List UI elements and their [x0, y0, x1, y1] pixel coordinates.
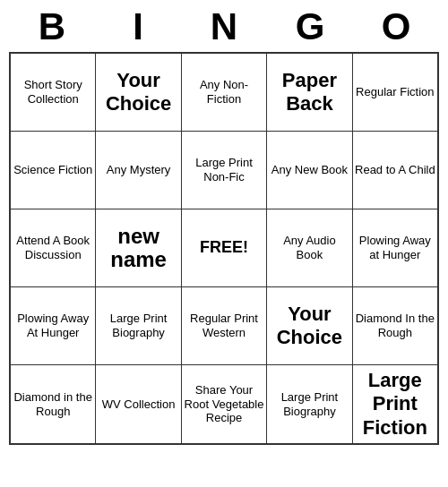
bingo-cell[interactable]: Large Print Fiction	[353, 365, 437, 443]
bingo-title: B I N G O	[9, 0, 439, 52]
bingo-cell[interactable]: WV Collection	[96, 365, 181, 443]
bingo-cell[interactable]: Plowing Away at Hunger	[353, 209, 437, 286]
bingo-cell[interactable]: Attend A Book Discussion	[11, 209, 96, 286]
bingo-row: Science FictionAny MysteryLarge Print No…	[11, 132, 437, 209]
bingo-row: Plowing Away At HungerLarge Print Biogra…	[11, 287, 437, 365]
bingo-cell[interactable]: Large Print Biography	[267, 365, 352, 443]
bingo-cell[interactable]: Regular Print Western	[182, 287, 267, 364]
letter-b: B	[13, 5, 90, 48]
bingo-cell[interactable]: Your Choice	[267, 287, 352, 364]
bingo-cell[interactable]: Regular Fiction	[353, 54, 437, 131]
bingo-cell[interactable]: Share Your Root Vegetable Recipe	[182, 365, 267, 443]
bingo-cell[interactable]: Your Choice	[96, 54, 181, 131]
letter-o: O	[358, 5, 435, 48]
bingo-cell[interactable]: Read to A Child	[353, 132, 437, 209]
bingo-cell[interactable]: Paper Back	[267, 54, 352, 131]
bingo-cell[interactable]: Any Non-Fiction	[182, 54, 267, 131]
bingo-cell[interactable]: Large Print Non-Fic	[182, 132, 267, 209]
bingo-cell[interactable]: Plowing Away At Hunger	[11, 287, 96, 364]
letter-n: N	[185, 5, 263, 48]
bingo-cell[interactable]: Large Print Biography	[96, 287, 181, 364]
bingo-cell[interactable]: Short Story Collection	[11, 54, 96, 131]
letter-g: G	[271, 5, 349, 48]
bingo-cell[interactable]: Diamond In the Rough	[353, 287, 437, 364]
bingo-cell[interactable]: Science Fiction	[11, 132, 96, 209]
bingo-cell[interactable]: FREE!	[182, 209, 267, 286]
bingo-cell[interactable]: new name	[96, 209, 181, 286]
bingo-row: Short Story CollectionYour ChoiceAny Non…	[11, 54, 437, 132]
bingo-grid: Short Story CollectionYour ChoiceAny Non…	[9, 52, 439, 445]
bingo-cell[interactable]: Any New Book	[267, 132, 352, 209]
bingo-row: Diamond in the RoughWV CollectionShare Y…	[11, 365, 437, 443]
letter-i: I	[99, 5, 177, 48]
bingo-cell[interactable]: Diamond in the Rough	[11, 365, 96, 443]
bingo-cell[interactable]: Any Audio Book	[267, 209, 352, 286]
bingo-row: Attend A Book Discussionnew nameFREE!Any…	[11, 209, 437, 287]
bingo-cell[interactable]: Any Mystery	[96, 132, 181, 209]
